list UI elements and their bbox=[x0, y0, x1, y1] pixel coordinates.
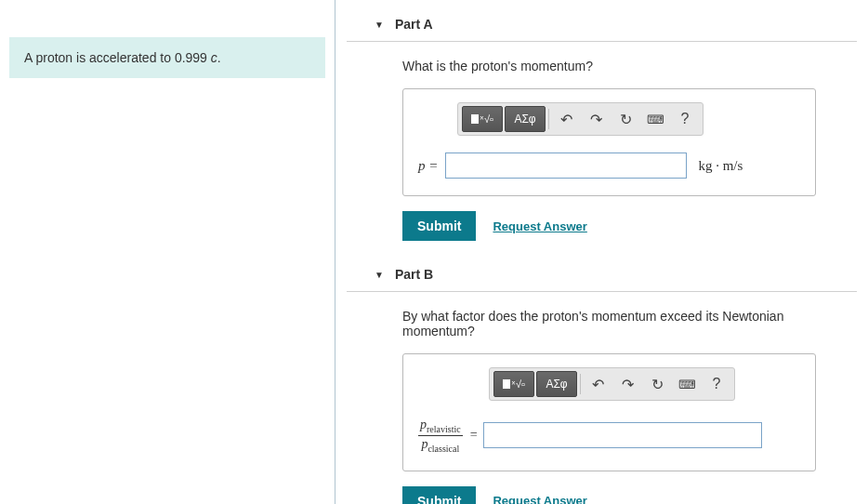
part-a-toolbar: ˣ√▫ ΑΣφ ↶ ↷ ↻ ⌨ ? bbox=[457, 102, 704, 136]
right-panel: ▼ Part A What is the proton's momentum? … bbox=[335, 0, 868, 504]
part-a-header[interactable]: ▼ Part A bbox=[347, 9, 857, 42]
submit-button[interactable]: Submit bbox=[402, 486, 476, 504]
template-button[interactable]: ˣ√▫ bbox=[462, 106, 503, 132]
undo-icon: ↶ bbox=[592, 376, 604, 393]
reset-button[interactable]: ↻ bbox=[643, 371, 671, 397]
reset-icon: ↻ bbox=[620, 111, 632, 128]
redo-icon: ↷ bbox=[590, 111, 602, 128]
request-answer-link[interactable]: Request Answer bbox=[493, 219, 586, 233]
fraction-label: prelavistic pclassical bbox=[418, 418, 463, 454]
question-var: c bbox=[211, 50, 217, 65]
collapse-icon: ▼ bbox=[375, 20, 384, 30]
redo-button[interactable]: ↷ bbox=[582, 106, 610, 132]
keyboard-button[interactable]: ⌨ bbox=[673, 371, 701, 397]
part-b-header[interactable]: ▼ Part B bbox=[347, 259, 857, 292]
keyboard-icon: ⌨ bbox=[678, 378, 696, 391]
keyboard-button[interactable]: ⌨ bbox=[641, 106, 669, 132]
part-b-toolbar: ˣ√▫ ΑΣφ ↶ ↷ ↻ ⌨ ? bbox=[489, 367, 735, 401]
reset-button[interactable]: ↻ bbox=[612, 106, 639, 132]
collapse-icon: ▼ bbox=[375, 270, 384, 280]
help-icon: ? bbox=[681, 111, 690, 127]
part-b-answer-box: ˣ√▫ ΑΣφ ↶ ↷ ↻ ⌨ ? prelavistic pclassical bbox=[402, 353, 816, 471]
question-box: A proton is accelerated to 0.999 c. bbox=[9, 37, 325, 78]
part-a-answer-box: ˣ√▫ ΑΣφ ↶ ↷ ↻ ⌨ ? p = kg · m/s bbox=[402, 88, 816, 196]
toolbar-separator bbox=[548, 109, 549, 129]
part-a-answer-input[interactable] bbox=[445, 153, 687, 179]
toolbar-separator bbox=[580, 374, 581, 394]
part-b-input-row: prelavistic pclassical = bbox=[418, 418, 800, 454]
part-b-section: ▼ Part B By what factor does the proton'… bbox=[347, 259, 857, 504]
part-a-prompt: What is the proton's momentum? bbox=[402, 59, 857, 73]
question-text-suffix: . bbox=[217, 50, 221, 65]
request-answer-link[interactable]: Request Answer bbox=[493, 494, 586, 504]
question-text-prefix: A proton is accelerated to 0.999 bbox=[24, 50, 211, 65]
part-a-actions: Submit Request Answer bbox=[402, 211, 857, 241]
redo-button[interactable]: ↷ bbox=[613, 371, 641, 397]
part-a-section: ▼ Part A What is the proton's momentum? … bbox=[347, 9, 857, 241]
undo-button[interactable]: ↶ bbox=[584, 371, 612, 397]
greek-button[interactable]: ΑΣφ bbox=[536, 371, 577, 397]
part-b-answer-input[interactable] bbox=[483, 422, 762, 448]
reset-icon: ↻ bbox=[651, 376, 664, 393]
units-label: kg · m/s bbox=[698, 158, 743, 174]
part-b-body: By what factor does the proton's momentu… bbox=[347, 292, 857, 504]
part-a-input-row: p = kg · m/s bbox=[418, 153, 800, 179]
help-icon: ? bbox=[713, 376, 721, 392]
help-button[interactable]: ? bbox=[671, 106, 699, 132]
part-a-title: Part A bbox=[395, 17, 433, 32]
equals-sign: = bbox=[470, 428, 478, 443]
submit-button[interactable]: Submit bbox=[402, 211, 476, 241]
greek-button[interactable]: ΑΣφ bbox=[505, 106, 546, 132]
keyboard-icon: ⌨ bbox=[647, 113, 664, 126]
variable-label: p = bbox=[418, 158, 438, 174]
part-b-actions: Submit Request Answer bbox=[402, 486, 857, 504]
left-panel: A proton is accelerated to 0.999 c. bbox=[0, 0, 335, 504]
part-b-title: Part B bbox=[395, 267, 433, 282]
help-button[interactable]: ? bbox=[703, 371, 730, 397]
part-b-prompt: By what factor does the proton's momentu… bbox=[402, 309, 857, 338]
redo-icon: ↷ bbox=[622, 376, 634, 393]
part-a-body: What is the proton's momentum? ˣ√▫ ΑΣφ ↶… bbox=[347, 42, 857, 241]
template-button[interactable]: ˣ√▫ bbox=[493, 371, 534, 397]
undo-button[interactable]: ↶ bbox=[552, 106, 580, 132]
undo-icon: ↶ bbox=[560, 111, 572, 128]
